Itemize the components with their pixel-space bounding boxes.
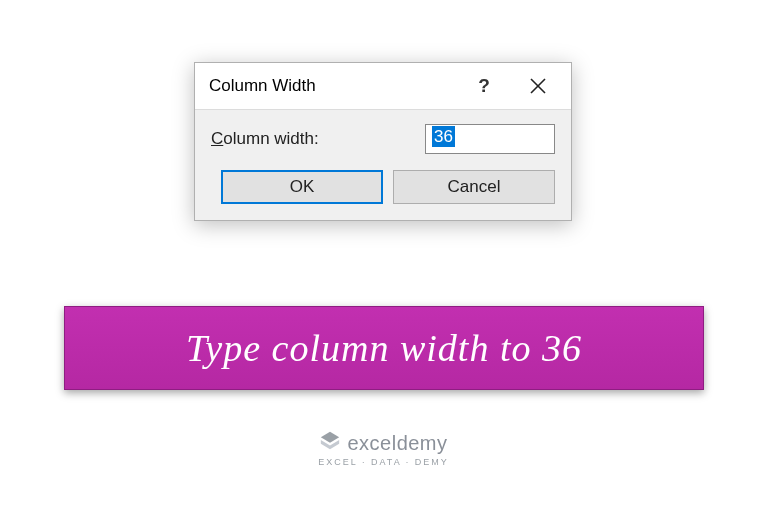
column-width-dialog: Column Width ? Column width: 36 OK Cance…: [194, 62, 572, 221]
column-width-input[interactable]: 36: [425, 124, 555, 154]
column-width-field-row: Column width: 36: [211, 124, 555, 154]
dialog-titlebar: Column Width ?: [195, 63, 571, 109]
column-width-label: Column width:: [211, 129, 425, 149]
close-button[interactable]: [511, 71, 565, 101]
caption-text: Type column width to 36: [186, 326, 582, 370]
logo-tagline: EXCEL · DATA · DEMY: [318, 457, 448, 467]
brand-logo: exceldemy EXCEL · DATA · DEMY: [0, 430, 767, 467]
cancel-button[interactable]: Cancel: [393, 170, 555, 204]
svg-marker-2: [321, 432, 339, 443]
dialog-button-row: OK Cancel: [211, 170, 555, 204]
help-button[interactable]: ?: [457, 71, 511, 101]
instruction-caption: Type column width to 36: [64, 306, 704, 390]
dialog-body: Column width: 36 OK Cancel: [195, 109, 571, 220]
dialog-title: Column Width: [209, 76, 457, 96]
ok-button[interactable]: OK: [221, 170, 383, 204]
close-icon: [530, 78, 546, 94]
logo-brand-text: exceldemy: [347, 432, 447, 455]
logo-row: exceldemy: [319, 430, 447, 456]
logo-icon: [319, 430, 341, 456]
